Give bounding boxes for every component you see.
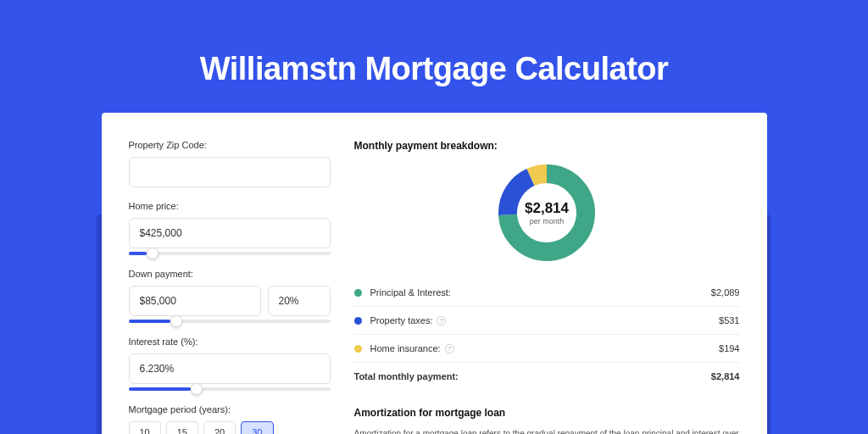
dot-icon xyxy=(354,317,362,325)
period-10-button[interactable]: 10 xyxy=(129,421,161,434)
amort-title: Amortization for mortgage loan xyxy=(354,407,740,419)
slider-thumb[interactable] xyxy=(147,248,159,259)
amort-text: Amortization for a mortgage loan refers … xyxy=(354,427,740,434)
donut-chart: $2,814 per month xyxy=(496,162,598,264)
donut-value: $2,814 xyxy=(525,200,569,217)
donut-chart-wrap: $2,814 per month xyxy=(354,162,740,264)
slider-thumb[interactable] xyxy=(191,383,203,395)
down-amount-input[interactable] xyxy=(129,286,261,316)
price-group: Home price: xyxy=(129,201,331,255)
line-taxes: Property taxes:? $531 xyxy=(354,307,740,334)
line-insurance: Home insurance:? $194 xyxy=(354,335,740,362)
total-value: $2,814 xyxy=(711,371,740,381)
form-column: Property Zip Code: Home price: Down paym… xyxy=(129,140,331,434)
zip-group: Property Zip Code: xyxy=(129,140,331,187)
price-input[interactable] xyxy=(129,218,331,248)
page-title: Williamstn Mortgage Calculator xyxy=(0,51,868,87)
period-options: 10 15 20 30 xyxy=(129,421,331,434)
donut-sub: per month xyxy=(525,217,569,225)
line-value: $2,089 xyxy=(711,287,740,298)
period-label: Mortgage period (years): xyxy=(129,404,331,415)
help-icon[interactable]: ? xyxy=(437,316,446,326)
line-label: Property taxes:? xyxy=(370,315,720,326)
zip-label: Property Zip Code: xyxy=(129,140,331,150)
breakdown-column: Monthly payment breakdown: $2,814 per mo… xyxy=(354,140,740,434)
down-label: Down payment: xyxy=(129,269,331,279)
amortization-section: Amortization for mortgage loan Amortizat… xyxy=(354,407,740,434)
down-slider[interactable] xyxy=(129,320,331,323)
period-15-button[interactable]: 15 xyxy=(166,421,198,434)
line-principal: Principal & Interest: $2,089 xyxy=(354,279,740,306)
slider-thumb[interactable] xyxy=(170,315,182,327)
help-icon[interactable]: ? xyxy=(445,344,454,353)
down-pct-input[interactable] xyxy=(268,286,331,316)
line-total: Total monthly payment: $2,814 xyxy=(354,363,740,390)
hero: Williamstn Mortgage Calculator xyxy=(0,0,868,87)
down-group: Down payment: xyxy=(129,269,331,323)
period-20-button[interactable]: 20 xyxy=(203,421,236,434)
dot-icon xyxy=(354,289,362,297)
line-label: Principal & Interest: xyxy=(370,287,711,298)
period-group: Mortgage period (years): 10 15 20 30 xyxy=(129,404,331,434)
price-slider[interactable] xyxy=(129,252,331,255)
donut-center: $2,814 per month xyxy=(525,200,569,225)
total-label: Total monthly payment: xyxy=(354,371,711,381)
dot-icon xyxy=(354,345,362,353)
zip-input[interactable] xyxy=(129,157,331,187)
rate-slider[interactable] xyxy=(129,387,331,391)
calculator-card: Property Zip Code: Home price: Down paym… xyxy=(102,113,767,434)
rate-input[interactable] xyxy=(129,353,331,384)
period-30-button[interactable]: 30 xyxy=(241,421,273,434)
rate-group: Interest rate (%): xyxy=(129,337,331,391)
line-value: $531 xyxy=(719,315,739,326)
price-label: Home price: xyxy=(129,201,331,211)
line-value: $194 xyxy=(719,343,739,353)
breakdown-title: Monthly payment breakdown: xyxy=(354,140,740,152)
line-label: Home insurance:? xyxy=(370,343,720,353)
rate-label: Interest rate (%): xyxy=(129,337,331,347)
